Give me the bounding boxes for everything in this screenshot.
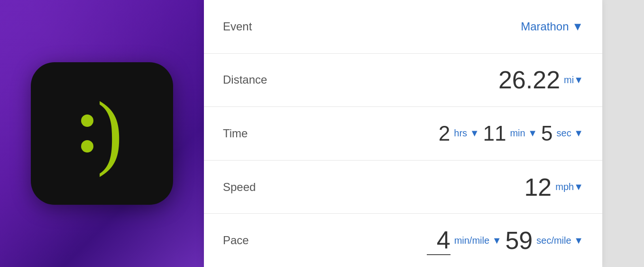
pace-label: Pace — [223, 234, 299, 247]
distance-value: 26.22 mi▼ — [299, 67, 583, 92]
pace-seconds-unit-selector[interactable]: sec/mile ▼ — [536, 235, 583, 246]
dot-bottom — [81, 140, 93, 153]
pace-row: Pace min/mile ▼ 59 sec/mile ▼ — [204, 214, 602, 267]
app-container: ) Event Marathon ▼ Distance 26.22 mi▼ — [0, 0, 644, 267]
dot-top — [81, 114, 93, 127]
time-value: 2 hrs ▼ 11 min ▼ 5 sec ▼ — [299, 123, 583, 144]
event-value: Marathon ▼ — [299, 20, 583, 33]
smiley-dots — [81, 114, 93, 153]
pace-minutes-input[interactable] — [427, 226, 451, 255]
distance-unit-selector[interactable]: mi▼ — [564, 75, 583, 86]
speed-value: 12 mph▼ — [299, 175, 583, 200]
event-selector[interactable]: Marathon ▼ — [521, 20, 583, 33]
time-hours-number: 2 — [439, 123, 450, 144]
speed-unit-selector[interactable]: mph▼ — [555, 181, 583, 192]
event-row: Event Marathon ▼ — [204, 0, 602, 54]
time-minutes-number: 11 — [483, 123, 506, 144]
pace-value: min/mile ▼ 59 sec/mile ▼ — [299, 226, 583, 255]
speed-number: 12 — [524, 175, 552, 200]
time-seconds-number: 5 — [541, 123, 552, 144]
time-row: Time 2 hrs ▼ 11 min ▼ 5 sec ▼ — [204, 107, 602, 161]
app-icon: ) — [31, 62, 173, 205]
smiley-paren: ) — [97, 89, 122, 173]
left-panel: ) — [0, 0, 204, 267]
time-minutes-unit[interactable]: min ▼ — [510, 128, 537, 139]
smiley-face: ) — [81, 98, 122, 169]
distance-label: Distance — [223, 73, 299, 86]
distance-row: Distance 26.22 mi▼ — [204, 54, 602, 107]
main-panel: Event Marathon ▼ Distance 26.22 mi▼ Time — [204, 0, 602, 267]
time-seconds-unit[interactable]: sec ▼ — [557, 128, 583, 139]
pace-minutes-unit-selector[interactable]: min/mile ▼ — [454, 235, 502, 246]
pace-seconds-number: 59 — [505, 228, 533, 253]
speed-label: Speed — [223, 181, 299, 194]
time-label: Time — [223, 127, 299, 140]
time-hours-unit[interactable]: hrs ▼ — [454, 128, 479, 139]
event-label: Event — [223, 20, 299, 33]
distance-number: 26.22 — [498, 67, 560, 92]
speed-row: Speed 12 mph▼ — [204, 161, 602, 214]
